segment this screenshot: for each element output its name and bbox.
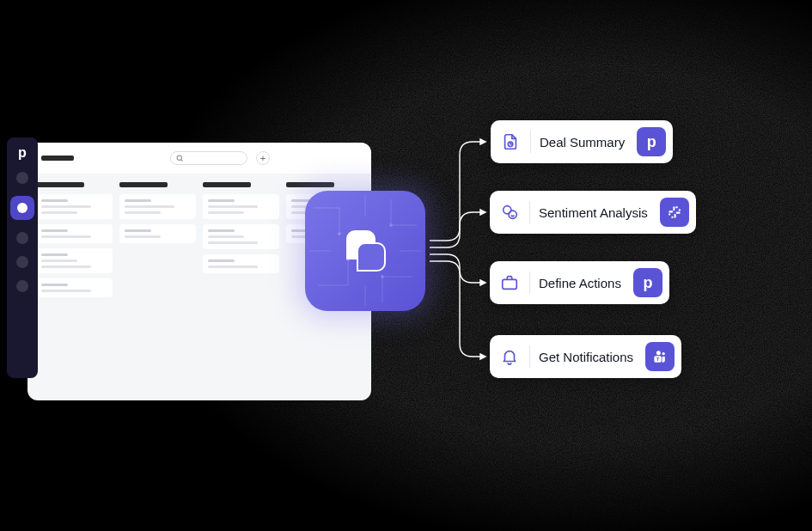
svg-rect-11 — [669, 211, 673, 212]
hub-logo-icon — [341, 227, 389, 275]
sentiment-icon — [498, 201, 521, 223]
svg-text:T: T — [656, 357, 660, 362]
column-header — [286, 182, 334, 187]
svg-point-7 — [382, 276, 384, 278]
kanban-card[interactable] — [36, 248, 113, 273]
svg-rect-19 — [503, 279, 517, 289]
action-chip-deal-summary[interactable]: Deal Summary p — [491, 120, 673, 163]
divider — [529, 272, 530, 294]
kanban-card[interactable] — [119, 194, 196, 219]
column-header — [203, 182, 251, 187]
nav-dot[interactable] — [16, 232, 28, 244]
chip-label: Get Notifications — [539, 350, 633, 364]
slack-badge-icon — [660, 198, 689, 227]
svg-point-21 — [662, 352, 665, 355]
divider — [530, 131, 531, 153]
svg-point-15 — [669, 213, 670, 215]
teams-badge-icon: T — [645, 342, 675, 371]
kanban-column — [36, 182, 113, 297]
svg-point-5 — [390, 224, 393, 227]
kanban-card[interactable] — [119, 224, 196, 243]
sidebar-rail: p — [7, 137, 38, 378]
nav-dot[interactable] — [16, 280, 28, 292]
nav-dot[interactable] — [16, 172, 28, 184]
chip-label: Deal Summary — [540, 135, 625, 150]
kanban-card[interactable] — [203, 254, 279, 273]
briefcase-icon — [498, 272, 521, 294]
svg-point-17 — [671, 217, 673, 218]
search-icon — [176, 155, 184, 162]
search-input[interactable] — [170, 151, 247, 165]
pipedrive-badge-icon: p — [633, 268, 662, 297]
svg-point-20 — [656, 351, 661, 355]
action-chip-sentiment-analysis[interactable]: Sentiment Analysis — [490, 191, 696, 234]
svg-rect-13 — [673, 206, 675, 211]
divider — [529, 345, 530, 368]
chip-label: Define Actions — [539, 276, 621, 290]
chip-label: Sentiment Analysis — [539, 205, 648, 220]
svg-rect-14 — [674, 214, 675, 218]
nav-dot[interactable] — [16, 256, 28, 268]
kanban-card[interactable] — [36, 278, 113, 297]
kanban-card[interactable] — [36, 194, 113, 219]
kanban-column — [203, 182, 279, 297]
kanban-card[interactable] — [203, 194, 279, 219]
action-chip-get-notifications[interactable]: Get Notifications T — [490, 335, 681, 378]
divider — [529, 201, 530, 223]
add-button[interactable]: + — [256, 151, 270, 165]
kanban-column — [119, 182, 196, 297]
bell-icon — [498, 345, 521, 368]
pipedrive-badge-icon: p — [637, 127, 666, 156]
svg-rect-12 — [675, 212, 680, 214]
kanban-card[interactable] — [36, 224, 113, 243]
title-placeholder — [41, 156, 74, 161]
app-logo: p — [18, 146, 27, 160]
nav-dot-active[interactable] — [10, 196, 34, 220]
column-header — [119, 182, 168, 187]
svg-point-2 — [177, 156, 181, 160]
kanban-card[interactable] — [203, 224, 279, 249]
ai-hub-tile — [305, 191, 425, 311]
column-header — [36, 182, 84, 187]
action-chip-define-actions[interactable]: Define Actions p — [490, 261, 669, 304]
svg-line-3 — [181, 159, 183, 161]
app-toolbar: + — [27, 143, 371, 174]
report-icon — [499, 131, 522, 153]
svg-point-10 — [509, 211, 516, 218]
svg-point-16 — [678, 209, 680, 211]
svg-point-18 — [675, 206, 677, 208]
